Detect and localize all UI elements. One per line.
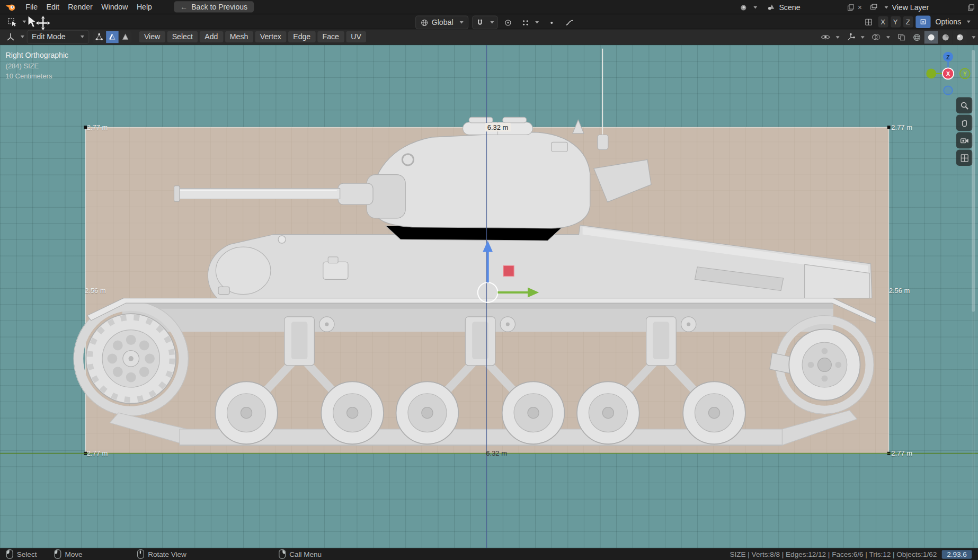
menu-select[interactable]: Select: [167, 31, 198, 42]
status-bar: Select Move Rotate View Call Menu SIZE |…: [0, 548, 978, 560]
topbar-menu: File Edit Render Window Help: [21, 1, 156, 12]
chevron-down-icon[interactable]: [884, 6, 888, 8]
viewport-header-right: [819, 31, 976, 44]
duplicate-scene-icon[interactable]: [848, 4, 854, 11]
snap-increment-button[interactable]: [862, 15, 876, 28]
chevron-down-icon: [886, 36, 890, 39]
material-shading-button[interactable]: [939, 31, 953, 43]
ortho-toggle-button[interactable]: [956, 149, 973, 166]
menu-help[interactable]: Help: [132, 1, 157, 12]
magnet-icon: [476, 19, 484, 26]
magnifier-icon: [959, 101, 969, 110]
xray-toggle[interactable]: [894, 31, 908, 43]
tool-settings-bar: Global: [0, 14, 978, 29]
chevron-down-icon[interactable]: [972, 36, 975, 39]
gizmo-icon: [847, 33, 855, 41]
chevron-down-icon: [81, 35, 84, 38]
gizmo-x-label: X: [946, 70, 950, 77]
duplicate-layer-icon[interactable]: [968, 4, 974, 11]
viewport-scrollbar[interactable]: [972, 50, 975, 541]
view-layer-name[interactable]: View Layer: [892, 3, 929, 11]
gizmo-y-negative[interactable]: [926, 68, 936, 78]
menu-edge[interactable]: Edge: [288, 31, 316, 42]
select-mode-group: [93, 31, 131, 42]
grid-snap-icon: [865, 18, 873, 26]
pan-button[interactable]: [956, 115, 973, 131]
menu-render[interactable]: Render: [64, 1, 97, 12]
snap-dropdown[interactable]: [472, 15, 497, 29]
transform-orientation-dropdown[interactable]: Global: [415, 15, 468, 29]
solid-sphere-icon: [927, 33, 935, 41]
tank-sprocket: [86, 314, 176, 403]
close-icon[interactable]: ×: [858, 3, 862, 11]
mouse-left-drag-icon: [54, 549, 61, 559]
falloff-curve-icon: [565, 19, 573, 26]
editor-type-button[interactable]: [4, 31, 27, 43]
mouse-left-icon: [6, 549, 13, 559]
menu-add[interactable]: Add: [200, 31, 223, 42]
scene-name[interactable]: Scene: [779, 3, 800, 11]
chevron-down-icon: [753, 6, 757, 8]
new-scene-dropdown[interactable]: [736, 1, 760, 14]
hint-call-menu: Call Menu: [279, 549, 322, 559]
chevron-down-icon: [459, 21, 463, 24]
globe-icon: [421, 19, 429, 26]
viewport-3d[interactable]: Right Orthographic (284) SIZE 10 Centime…: [0, 45, 978, 548]
menu-window[interactable]: Window: [97, 1, 132, 12]
snap-active-toggle[interactable]: [915, 15, 930, 28]
viewport-3d-icon: [6, 32, 15, 41]
blender-window: File Edit Render Window Help ← Back to P…: [0, 0, 978, 560]
chevron-down-icon: [490, 21, 494, 24]
menu-view[interactable]: View: [139, 31, 165, 42]
chevron-down-icon: [535, 21, 539, 24]
proportional-projected-toggle[interactable]: [545, 16, 559, 29]
mirror-x-toggle[interactable]: X: [878, 16, 888, 28]
xray-icon: [897, 33, 905, 41]
hand-icon: [959, 118, 969, 128]
falloff-curve-button[interactable]: [563, 16, 576, 29]
overlays-dropdown[interactable]: [869, 31, 893, 43]
vertex-select-button[interactable]: [93, 31, 105, 42]
mouse-right-icon: [279, 549, 286, 559]
gizmo-x-plane-handle[interactable]: [503, 265, 514, 276]
active-tool-button[interactable]: [5, 15, 29, 28]
proportional-falloff-dropdown[interactable]: [519, 16, 541, 29]
blender-logo-icon: [5, 2, 16, 12]
mode-dropdown[interactable]: Edit Mode: [27, 30, 90, 43]
proportional-editing-toggle[interactable]: [501, 16, 515, 29]
wireframe-shading-button[interactable]: [910, 31, 924, 43]
edge-select-button[interactable]: [106, 31, 119, 42]
solid-shading-button[interactable]: [924, 31, 938, 43]
menu-mesh[interactable]: Mesh: [225, 31, 253, 42]
face-select-icon: [122, 33, 129, 40]
back-to-previous-button[interactable]: ← Back to Previous: [174, 1, 254, 12]
navigation-gizmo: Z Y X: [926, 51, 971, 96]
back-arrow-icon: ←: [180, 3, 188, 11]
options-dropdown[interactable]: Options: [933, 15, 973, 28]
rendered-sphere-icon: [956, 33, 964, 41]
gizmo-z-negative[interactable]: [944, 86, 952, 94]
scene-statistics: SIZE | Verts:8/8 | Edges:12/12 | Faces:6…: [730, 550, 972, 558]
gizmos-dropdown[interactable]: [844, 31, 867, 43]
scrollbar-thumb[interactable]: [972, 50, 975, 312]
select-box-tool-icon: [7, 17, 17, 26]
material-sphere-icon: [941, 33, 950, 41]
face-select-button[interactable]: [119, 31, 132, 42]
eye-icon: [821, 33, 830, 41]
menu-file[interactable]: File: [21, 1, 42, 12]
viewport-menus: View Select Add Mesh Vertex Edge Face UV: [139, 31, 367, 42]
zoom-button[interactable]: [956, 97, 973, 114]
scene-id-field: Scene ×: [767, 3, 862, 11]
mirror-y-toggle[interactable]: Y: [891, 16, 901, 28]
object-visibility-dropdown[interactable]: [819, 31, 842, 43]
menu-edit[interactable]: Edit: [42, 1, 64, 12]
menu-uv[interactable]: UV: [346, 31, 366, 42]
rendered-shading-button[interactable]: [953, 31, 967, 43]
mirror-z-toggle[interactable]: Z: [903, 16, 913, 28]
chevron-down-icon: [22, 21, 26, 23]
gizmo-z-label: Z: [946, 54, 950, 60]
menu-face[interactable]: Face: [317, 31, 344, 42]
camera-view-button[interactable]: [956, 132, 973, 149]
gizmo-y-label: Y: [963, 70, 967, 77]
menu-vertex[interactable]: Vertex: [255, 31, 286, 42]
